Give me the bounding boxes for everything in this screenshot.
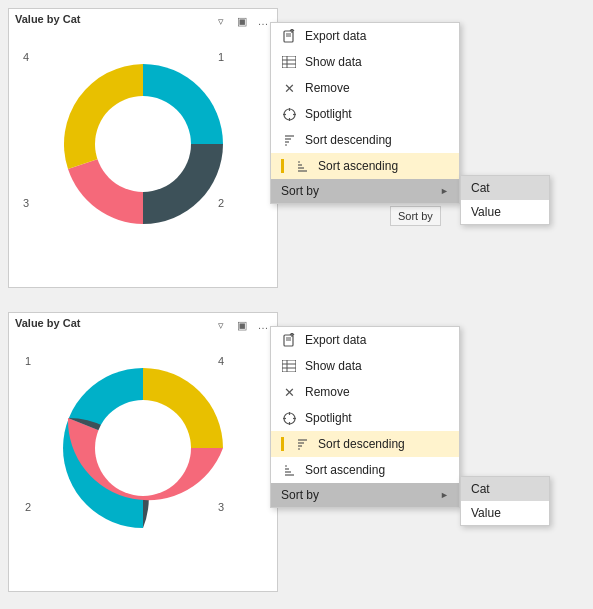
context-menu-2: Export data Show data ✕ Remove Spotlight…: [270, 326, 460, 508]
menu-remove-label-2: Remove: [305, 385, 350, 399]
sort-asc-icon-2: [281, 462, 297, 478]
filter-icon[interactable]: ▿: [213, 13, 229, 29]
menu-showdata-label-1: Show data: [305, 55, 362, 69]
context-menu-1: Export data Show data ✕ Remove Spotlight…: [270, 22, 460, 204]
submenu-value-2[interactable]: Value: [461, 501, 549, 525]
submenu-cat-label-1: Cat: [471, 181, 490, 195]
menu-spotlight-2[interactable]: Spotlight: [271, 405, 459, 431]
submenu-value-label-2: Value: [471, 506, 501, 520]
label-2-1: 1: [25, 355, 31, 367]
menu-sortdesc-label-1: Sort descending: [305, 133, 392, 147]
menu-remove-2[interactable]: ✕ Remove: [271, 379, 459, 405]
label-2-3: 3: [218, 501, 224, 513]
export-icon-2: [281, 332, 297, 348]
submenu-1: Cat Value: [460, 175, 550, 225]
chart-container-1: Value by Cat ▿ ▣ … 1 2 3: [8, 8, 278, 288]
chart-area-2: 1 2 3 4: [13, 333, 273, 573]
menu-spotlight-label-1: Spotlight: [305, 107, 352, 121]
sort-asc-icon: [294, 158, 310, 174]
menu-showdata-1[interactable]: Show data: [271, 49, 459, 75]
export-icon: [281, 28, 297, 44]
menu-sortby-2[interactable]: Sort by ►: [271, 483, 459, 507]
label-1-2: 2: [218, 197, 224, 209]
menu-export-label-1: Export data: [305, 29, 366, 43]
filter-icon-2[interactable]: ▿: [213, 317, 229, 333]
svg-rect-27: [282, 360, 296, 372]
submenu-cat-1[interactable]: Cat: [461, 176, 549, 200]
sort-desc-icon: [281, 132, 297, 148]
menu-sortdesc-label-2: Sort descending: [318, 437, 405, 451]
more-icon[interactable]: …: [255, 13, 271, 29]
submenu-cat-label-2: Cat: [471, 482, 490, 496]
table-icon: [281, 54, 297, 70]
label-2-4: 4: [218, 355, 224, 367]
label-1-4: 4: [23, 51, 29, 63]
menu-sortby-label-1: Sort by: [281, 184, 319, 198]
sort-by-tooltip-1: Sort by: [390, 206, 441, 226]
x-icon: ✕: [281, 80, 297, 96]
label-2-2: 2: [25, 501, 31, 513]
expand-icon[interactable]: ▣: [234, 13, 250, 29]
menu-sortasc-label-1: Sort ascending: [318, 159, 398, 173]
menu-sortdesc-1[interactable]: Sort descending: [271, 127, 459, 153]
submenu-value-label-1: Value: [471, 205, 501, 219]
menu-export-label-2: Export data: [305, 333, 366, 347]
spotlight-icon: [281, 106, 297, 122]
menu-sortby-1[interactable]: Sort by ►: [271, 179, 459, 203]
more-icon-2[interactable]: …: [255, 317, 271, 333]
menu-showdata-label-2: Show data: [305, 359, 362, 373]
sort-desc-icon-2: [294, 436, 310, 452]
expand-icon-2[interactable]: ▣: [234, 317, 250, 333]
menu-showdata-2[interactable]: Show data: [271, 353, 459, 379]
menu-sortdesc-2[interactable]: Sort descending: [271, 431, 459, 457]
submenu-cat-2[interactable]: Cat: [461, 477, 549, 501]
menu-export-2[interactable]: Export data: [271, 327, 459, 353]
chart-container-2: Value by Cat ▿ ▣ … 1 2 3 4: [8, 312, 278, 592]
donut-chart-2: [48, 353, 238, 543]
yellow-bar-2: [281, 437, 284, 451]
panel-icons-1: ▿ ▣ …: [213, 13, 271, 29]
donut-chart-1: [48, 49, 238, 239]
menu-spotlight-label-2: Spotlight: [305, 411, 352, 425]
label-1-1: 1: [218, 51, 224, 63]
menu-sortasc-label-2: Sort ascending: [305, 463, 385, 477]
submenu-value-1[interactable]: Value: [461, 200, 549, 224]
svg-point-0: [95, 96, 191, 192]
x-icon-2: ✕: [281, 384, 297, 400]
menu-sortasc-1[interactable]: Sort ascending: [271, 153, 459, 179]
yellow-bar-1: [281, 159, 284, 173]
panel-2: Value by Cat ▿ ▣ … 1 2 3 4: [0, 304, 593, 608]
panel-1: Value by Cat ▿ ▣ … 1 2 3: [0, 0, 593, 304]
menu-spotlight-1[interactable]: Spotlight: [271, 101, 459, 127]
label-1-3: 3: [23, 197, 29, 209]
menu-remove-label-1: Remove: [305, 81, 350, 95]
chevron-right-icon-2: ►: [440, 490, 449, 500]
menu-remove-1[interactable]: ✕ Remove: [271, 75, 459, 101]
chevron-right-icon-1: ►: [440, 186, 449, 196]
submenu-2: Cat Value: [460, 476, 550, 526]
spotlight-icon-2: [281, 410, 297, 426]
panel-icons-2: ▿ ▣ …: [213, 317, 271, 333]
chart-area-1: 1 2 3 4: [13, 29, 273, 269]
menu-sortasc-2[interactable]: Sort ascending: [271, 457, 459, 483]
menu-export-1[interactable]: Export data: [271, 23, 459, 49]
table-icon-2: [281, 358, 297, 374]
svg-point-22: [95, 400, 191, 496]
svg-rect-5: [282, 56, 296, 68]
menu-sortby-label-2: Sort by: [281, 488, 319, 502]
